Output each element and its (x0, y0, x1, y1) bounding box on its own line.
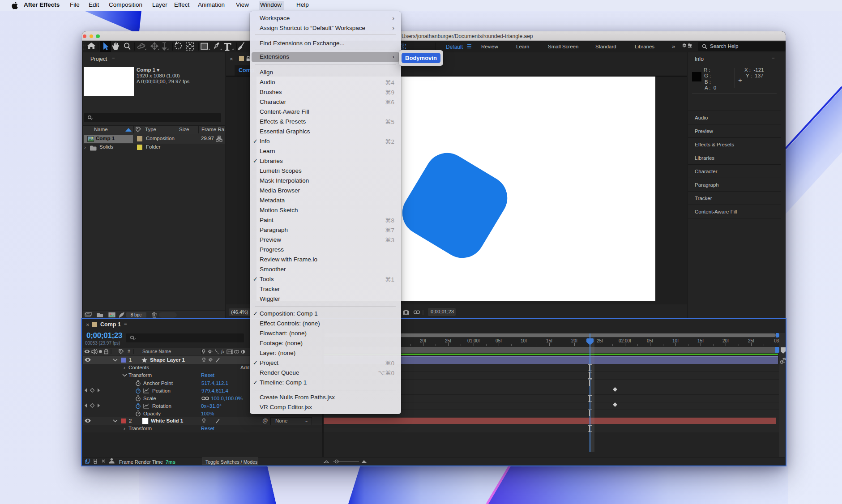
svg-text:#: # (128, 349, 130, 354)
svg-text:Source Name: Source Name (142, 349, 171, 354)
svg-text:fx: fx (221, 349, 225, 354)
svg-text:8 bpc: 8 bpc (131, 312, 141, 317)
